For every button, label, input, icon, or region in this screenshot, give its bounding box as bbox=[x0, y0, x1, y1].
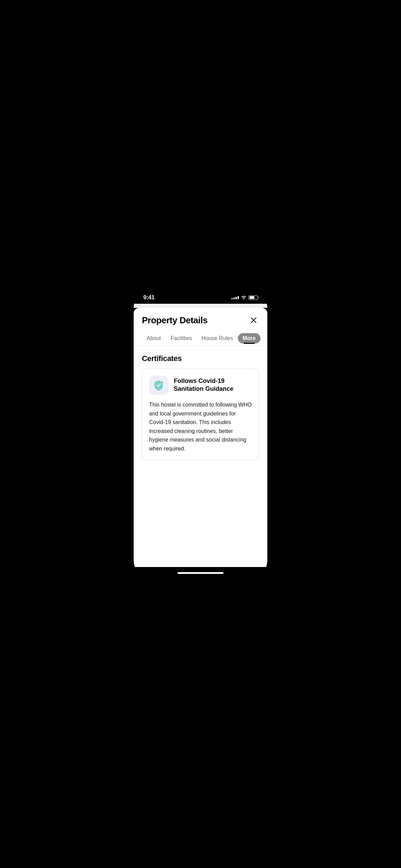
status-bar: 9:41 bbox=[134, 289, 267, 304]
status-icons bbox=[231, 295, 258, 300]
cert-description: This hostel is committed to following WH… bbox=[149, 400, 252, 453]
tab-bar: About Facilities House Rules More bbox=[134, 331, 267, 346]
cert-header: Follows Covid-19 Sanitation Guidance bbox=[149, 376, 252, 395]
signal-bar-3 bbox=[235, 297, 237, 299]
tab-more[interactable]: More bbox=[238, 333, 260, 343]
phone-frame: 9:41 Property Details bbox=[134, 289, 267, 579]
section-title: Certificates bbox=[142, 354, 259, 363]
wifi-icon bbox=[241, 295, 246, 300]
sheet-content: Certificates bbox=[134, 346, 267, 567]
covid-shield-icon bbox=[153, 380, 164, 391]
close-button[interactable] bbox=[248, 315, 259, 326]
home-indicator-bar bbox=[178, 572, 223, 574]
tab-house-rules[interactable]: House Rules bbox=[197, 331, 238, 346]
tab-about[interactable]: About bbox=[142, 331, 166, 346]
bottom-sheet: Property Details About Facilities House … bbox=[134, 308, 267, 567]
signal-bar-4 bbox=[238, 296, 239, 299]
home-indicator bbox=[134, 567, 267, 579]
signal-bar-2 bbox=[233, 298, 235, 299]
certificate-card: Follows Covid-19 Sanitation Guidance Thi… bbox=[142, 369, 259, 460]
tab-underline bbox=[244, 343, 255, 344]
sheet-header: Property Details bbox=[134, 308, 267, 331]
signal-bar-1 bbox=[231, 298, 233, 299]
status-time: 9:41 bbox=[143, 294, 155, 301]
cert-icon-wrapper bbox=[149, 376, 168, 395]
sheet-handle-area bbox=[134, 304, 267, 308]
battery-icon bbox=[248, 296, 258, 300]
signal-bars-icon bbox=[231, 296, 239, 299]
tab-facilities[interactable]: Facilities bbox=[166, 331, 197, 346]
page-title: Property Details bbox=[142, 315, 207, 326]
cert-title: Follows Covid-19 Sanitation Guidance bbox=[174, 376, 233, 393]
